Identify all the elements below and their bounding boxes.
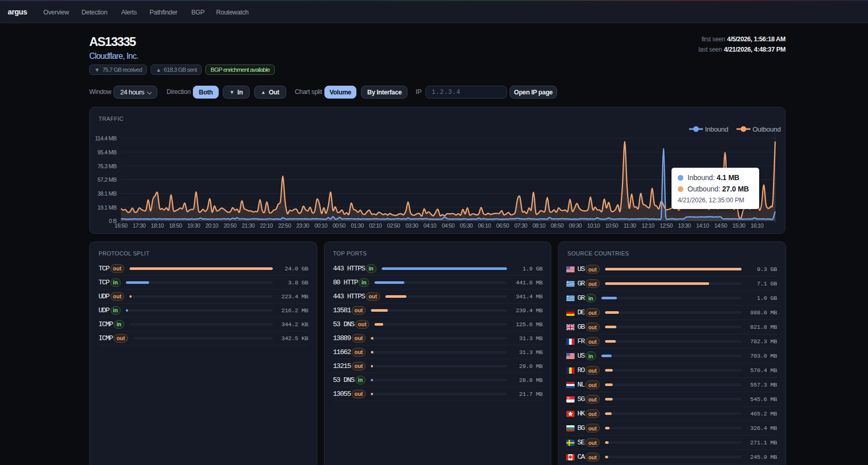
svg-text:02:10: 02:10	[369, 222, 382, 229]
svg-text:114.4 MB: 114.4 MB	[95, 135, 117, 141]
svg-text:10:50: 10:50	[605, 222, 618, 229]
svg-text:23:30: 23:30	[297, 222, 309, 229]
svg-text:20:50: 20:50	[224, 222, 237, 229]
svg-text:08:10: 08:10	[533, 222, 546, 229]
svg-text:05:30: 05:30	[460, 222, 473, 229]
svg-text:03:30: 03:30	[405, 222, 418, 229]
svg-text:19:30: 19:30	[187, 222, 200, 229]
svg-text:14:50: 14:50	[714, 222, 727, 229]
svg-text:09:30: 09:30	[569, 222, 582, 229]
svg-text:04:50: 04:50	[441, 222, 454, 229]
svg-text:16:50: 16:50	[114, 222, 127, 229]
svg-text:95.4 MB: 95.4 MB	[97, 149, 117, 155]
svg-text:21:30: 21:30	[242, 222, 255, 229]
svg-text:14:10: 14:10	[696, 222, 709, 229]
svg-text:07:30: 07:30	[514, 222, 527, 229]
svg-text:04:10: 04:10	[423, 222, 436, 229]
svg-text:76.3 MB: 76.3 MB	[97, 163, 117, 169]
svg-text:22:10: 22:10	[260, 222, 273, 229]
svg-text:22:50: 22:50	[278, 222, 291, 229]
svg-text:12:50: 12:50	[660, 222, 673, 229]
svg-text:38.1 MB: 38.1 MB	[97, 190, 117, 197]
svg-text:Outbound: Outbound	[752, 125, 781, 133]
svg-text:16:10: 16:10	[750, 222, 763, 229]
svg-text:15:30: 15:30	[732, 222, 745, 229]
svg-text:10:10: 10:10	[587, 222, 600, 229]
svg-text:57.2 MB: 57.2 MB	[97, 177, 117, 183]
svg-text:01:30: 01:30	[351, 222, 364, 229]
svg-text:18:10: 18:10	[151, 222, 164, 229]
svg-text:12:10: 12:10	[642, 222, 654, 229]
svg-text:06:10: 06:10	[478, 222, 491, 229]
svg-text:20:10: 20:10	[205, 222, 218, 229]
svg-text:06:50: 06:50	[496, 222, 509, 229]
svg-text:Inbound: Inbound	[705, 125, 728, 133]
svg-text:11:30: 11:30	[624, 222, 636, 229]
svg-text:18:50: 18:50	[169, 222, 182, 229]
svg-text:00:50: 00:50	[333, 222, 346, 229]
svg-text:19.1 MB: 19.1 MB	[97, 204, 117, 211]
svg-text:00:10: 00:10	[315, 222, 327, 229]
svg-text:08:50: 08:50	[551, 222, 564, 229]
svg-text:17:30: 17:30	[133, 222, 145, 229]
svg-text:02:50: 02:50	[387, 222, 400, 229]
svg-text:13:30: 13:30	[678, 222, 691, 229]
